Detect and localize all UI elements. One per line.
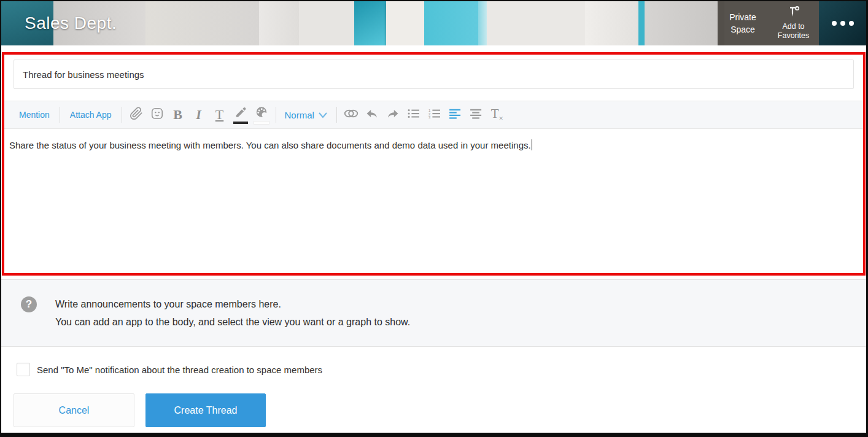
link-icon <box>343 108 359 122</box>
toolbar-divider <box>60 107 60 123</box>
toolbar-divider <box>122 107 122 123</box>
bold-button[interactable]: B <box>168 108 188 122</box>
help-note: ? Write announcements to your space memb… <box>1 279 866 347</box>
header-overlay: Private Space Add to Favorites <box>718 1 819 45</box>
notification-label[interactable]: Send "To Me" notification about the thre… <box>37 365 322 375</box>
align-center-icon <box>470 108 483 122</box>
palette-icon <box>255 106 268 120</box>
create-thread-button[interactable]: Create Thread <box>145 393 266 427</box>
numbered-list-button[interactable]: 1 2 3 <box>424 108 445 122</box>
emoji-button[interactable] <box>147 107 168 123</box>
align-left-icon <box>449 108 462 122</box>
attach-file-button[interactable] <box>126 107 147 123</box>
cancel-button[interactable]: Cancel <box>14 393 134 427</box>
background-color-button[interactable] <box>251 106 272 124</box>
italic-button[interactable]: I <box>188 108 209 122</box>
thread-body-text: Share the status of your business meetin… <box>9 140 531 150</box>
thread-body-editor[interactable]: Share the status of your business meetin… <box>4 129 863 273</box>
help-icon: ? <box>21 296 37 312</box>
undo-icon <box>365 108 379 122</box>
svg-text:3: 3 <box>428 115 431 119</box>
italic-icon: I <box>196 108 201 122</box>
insert-link-button[interactable] <box>341 108 362 122</box>
bold-icon: B <box>173 108 182 122</box>
background-color-swatch <box>254 122 269 124</box>
paragraph-format-dropdown[interactable]: Normal <box>280 110 333 120</box>
options-menu-button[interactable] <box>819 1 866 45</box>
private-space-badge: Private Space <box>718 1 768 45</box>
window: Sales Dept. Private Space Add to Favorit… <box>0 0 868 437</box>
numbered-list-icon: 1 2 3 <box>428 108 441 122</box>
add-to-favorites-label: Add to Favorites <box>768 22 819 41</box>
emoji-icon <box>150 107 164 123</box>
thread-title-input[interactable] <box>14 60 854 89</box>
align-left-button[interactable] <box>445 108 466 122</box>
help-line-2: You can add an app to the body, and sele… <box>55 313 410 331</box>
thread-editor-highlight: Mention Attach App <box>2 52 866 276</box>
notification-checkbox[interactable] <box>17 363 30 376</box>
clear-format-button[interactable]: T× <box>487 107 508 122</box>
toolbar-divider <box>276 107 276 123</box>
help-text: Write announcements to your space member… <box>55 295 410 331</box>
mention-button[interactable]: Mention <box>13 110 56 120</box>
editor-toolbar: Mention Attach App <box>4 101 863 129</box>
undo-button[interactable] <box>362 108 382 122</box>
add-to-favorites-button[interactable]: Add to Favorites <box>768 1 819 45</box>
footer-actions: Cancel Create Thread <box>14 393 266 427</box>
redo-icon <box>386 108 400 122</box>
pin-plus-icon <box>787 6 800 22</box>
underline-icon: T <box>215 108 223 122</box>
chevron-down-icon <box>318 110 328 120</box>
align-center-button[interactable] <box>466 108 487 122</box>
paragraph-format-value: Normal <box>285 110 314 120</box>
paperclip-icon <box>130 107 143 123</box>
bulleted-list-icon <box>407 108 420 122</box>
help-line-1: Write announcements to your space member… <box>55 295 410 313</box>
toolbar-divider <box>336 107 337 123</box>
attach-app-button[interactable]: Attach App <box>64 110 118 120</box>
font-color-swatch <box>233 122 248 124</box>
redo-button[interactable] <box>382 108 403 122</box>
pencil-icon <box>234 106 247 120</box>
space-banner: Sales Dept. Private Space Add to Favorit… <box>1 1 866 45</box>
text-caret <box>532 139 532 150</box>
space-title: Sales Dept. <box>25 14 117 33</box>
bulleted-list-button[interactable] <box>403 108 424 122</box>
clear-format-icon: T× <box>491 107 503 122</box>
font-color-button[interactable] <box>230 106 251 124</box>
ellipsis-icon <box>832 21 854 26</box>
notification-row: Send "To Me" notification about the thre… <box>17 363 322 376</box>
underline-button[interactable]: T <box>209 108 230 122</box>
